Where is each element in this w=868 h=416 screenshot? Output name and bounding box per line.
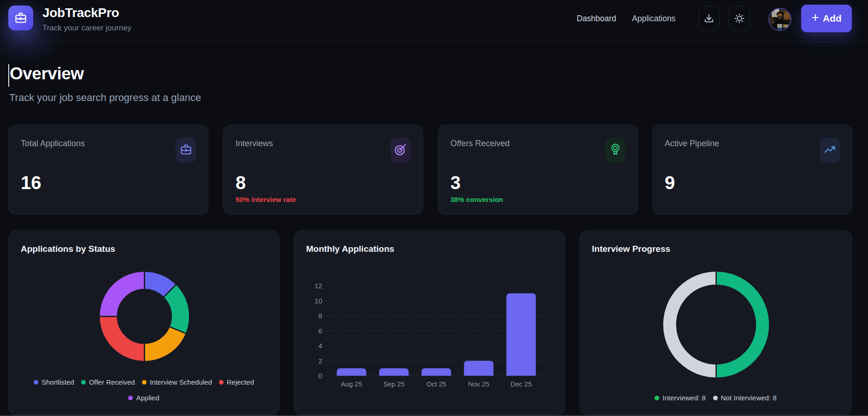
svg-text:Dec 25: Dec 25	[511, 380, 532, 388]
svg-text:Nov 25: Nov 25	[468, 380, 490, 388]
svg-text:Oct 25: Oct 25	[426, 380, 446, 388]
svg-text:6: 6	[319, 327, 322, 335]
svg-text:8: 8	[319, 312, 322, 320]
svg-text:12: 12	[314, 282, 322, 290]
svg-text:0: 0	[319, 372, 322, 380]
svg-text:Sep 25: Sep 25	[384, 380, 405, 388]
svg-text:2: 2	[319, 357, 322, 365]
svg-text:4: 4	[319, 342, 322, 350]
svg-text:Aug 25: Aug 25	[341, 380, 362, 388]
svg-text:10: 10	[314, 297, 322, 305]
